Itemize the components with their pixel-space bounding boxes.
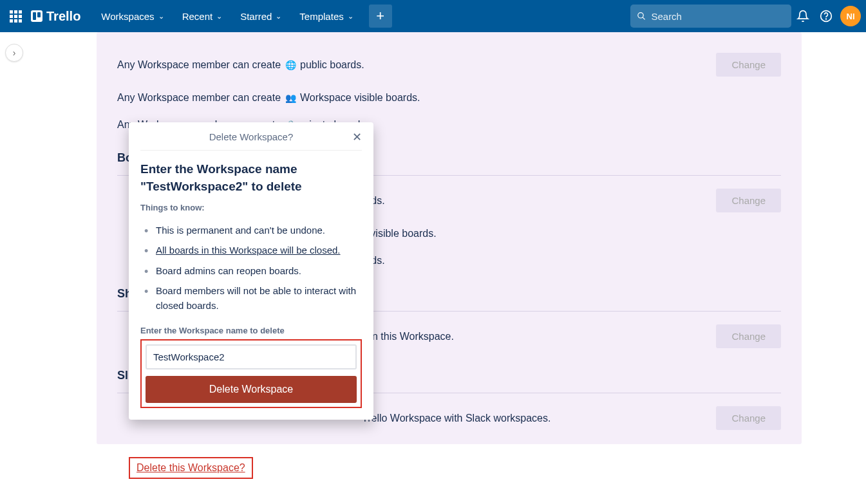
nav-recent[interactable]: Recent⌄ (174, 6, 231, 27)
delete-workspace-link[interactable]: Delete this Workspace? (136, 462, 245, 473)
delete-workspace-button[interactable]: Delete Workspace (146, 376, 357, 403)
delete-workspace-link-highlight: Delete this Workspace? (129, 457, 253, 479)
list-item: All boards in this Workspace will be clo… (143, 240, 362, 260)
nav-starred[interactable]: Starred⌄ (232, 6, 289, 27)
chevron-down-icon: ⌄ (216, 12, 222, 21)
perm-row: Any Workspace member can create 👥 Worksp… (117, 84, 781, 111)
popover-header: Delete Workspace? ✕ (140, 131, 362, 151)
chevron-down-icon: ⌄ (348, 12, 353, 21)
popover-title: Enter the Workspace name "TestWorkspace2… (140, 161, 362, 195)
globe-icon: 🌐 (285, 59, 296, 71)
topbar: Trello Workspaces⌄ Recent⌄ Starred⌄ Temp… (0, 0, 866, 32)
svg-point-3 (826, 19, 827, 19)
list-item: Board members will not be able to intera… (143, 281, 362, 316)
nav-workspaces[interactable]: Workspaces⌄ (93, 6, 171, 27)
change-button[interactable]: Change (716, 406, 781, 430)
list-item: This is permanent and can't be undone. (143, 220, 362, 240)
trello-logo[interactable]: Trello (31, 9, 80, 24)
help-icon[interactable] (814, 5, 838, 28)
nav-items: Workspaces⌄ Recent⌄ Starred⌄ Templates⌄ (93, 6, 361, 27)
change-button[interactable]: Change (716, 53, 781, 77)
chevron-down-icon: ⌄ (276, 12, 281, 21)
create-button[interactable]: + (369, 5, 392, 28)
close-icon[interactable]: ✕ (352, 130, 362, 144)
sidebar-expand-button[interactable]: › (5, 44, 23, 62)
notifications-icon[interactable] (791, 5, 814, 28)
things-to-know-label: Things to know: (140, 203, 362, 212)
logo-text: Trello (46, 9, 80, 24)
change-button[interactable]: Change (716, 324, 781, 348)
avatar[interactable]: NI (840, 6, 861, 26)
workspace-name-input[interactable] (146, 344, 357, 369)
apps-menu-icon[interactable] (5, 6, 26, 26)
things-to-know-list: This is permanent and can't be undone. A… (140, 220, 362, 315)
list-item: Board admins can reopen boards. (143, 261, 362, 281)
change-button[interactable]: Change (716, 189, 781, 212)
nav-templates[interactable]: Templates⌄ (292, 6, 361, 27)
perm-row: Any Workspace member can create 🌐 public… (117, 45, 781, 84)
svg-point-0 (638, 13, 643, 18)
search-icon (637, 11, 646, 21)
chevron-down-icon: ⌄ (158, 12, 164, 21)
input-label: Enter the Workspace name to delete (140, 326, 362, 335)
svg-line-1 (643, 17, 645, 20)
trello-logo-icon (31, 10, 42, 22)
confirm-area-highlight: Delete Workspace (140, 339, 362, 408)
search-box[interactable] (630, 5, 791, 28)
search-input[interactable] (651, 11, 785, 22)
people-icon: 👥 (285, 92, 296, 104)
delete-workspace-popover: Delete Workspace? ✕ Enter the Workspace … (129, 122, 373, 420)
